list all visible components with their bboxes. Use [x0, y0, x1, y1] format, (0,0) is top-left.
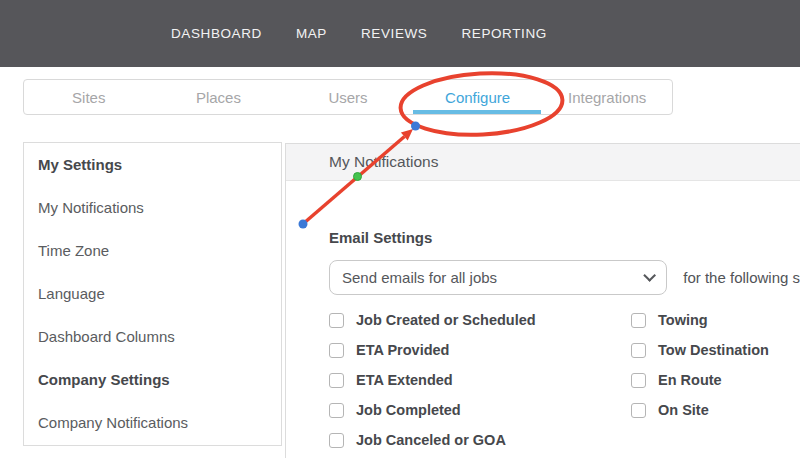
email-frequency-select-value: Send emails for all jobs — [342, 269, 643, 286]
checkbox-label: Job Canceled or GOA — [356, 432, 506, 448]
nav-item-map[interactable]: MAP — [296, 26, 327, 41]
checkbox-job-completed[interactable] — [329, 403, 344, 418]
nav-item-dashboard[interactable]: DASHBOARD — [171, 26, 262, 41]
panel-title: My Notifications — [329, 153, 438, 171]
checkbox-row: ETA Provided — [329, 335, 631, 365]
checkbox-on-site[interactable] — [631, 403, 646, 418]
sidebar-item-my-notifications[interactable]: My Notifications — [24, 186, 281, 229]
checkbox-row: ETA Extended — [329, 365, 631, 395]
nav-item-reviews[interactable]: REVIEWS — [361, 26, 427, 41]
tab-places[interactable]: Places — [154, 80, 284, 114]
checkbox-job-created-or-scheduled[interactable] — [329, 313, 344, 328]
checkbox-row: Towing — [631, 305, 769, 335]
sidebar-item-company-notifications[interactable]: Company Notifications — [24, 401, 281, 444]
checkbox-label: En Route — [658, 372, 722, 388]
after-select-text: for the following s — [683, 269, 800, 286]
app-screen: DASHBOARD MAP REVIEWS REPORTING Sites Pl… — [0, 0, 800, 458]
top-nav: DASHBOARD MAP REVIEWS REPORTING — [0, 0, 800, 67]
checkbox-column-right: Towing Tow Destination En Route On Site — [631, 305, 769, 455]
checkbox-column-left: Job Created or Scheduled ETA Provided ET… — [329, 305, 631, 455]
tab-integrations[interactable]: Integrations — [542, 80, 672, 114]
tab-sites[interactable]: Sites — [24, 80, 154, 114]
tab-configure[interactable]: Configure — [413, 80, 543, 114]
panel-body: Email Settings Send emails for all jobs … — [286, 229, 800, 455]
checkbox-label: ETA Provided — [356, 342, 449, 358]
checkbox-row: On Site — [631, 395, 769, 425]
notification-checkbox-grid: Job Created or Scheduled ETA Provided ET… — [329, 305, 800, 455]
email-settings-heading: Email Settings — [329, 229, 800, 246]
email-frequency-row: Send emails for all jobs for the followi… — [329, 260, 800, 295]
email-frequency-select[interactable]: Send emails for all jobs — [329, 260, 667, 295]
checkbox-row: Job Canceled or GOA — [329, 425, 631, 455]
annotation-arrow-head — [401, 129, 413, 141]
checkbox-row: En Route — [631, 365, 769, 395]
settings-sidebar: My Settings My Notifications Time Zone L… — [23, 142, 282, 446]
checkbox-en-route[interactable] — [631, 373, 646, 388]
sidebar-item-time-zone[interactable]: Time Zone — [24, 229, 281, 272]
chevron-down-icon — [644, 269, 657, 282]
checkbox-label: Job Created or Scheduled — [356, 312, 536, 328]
checkbox-row: Tow Destination — [631, 335, 769, 365]
tab-bar: Sites Places Users Configure Integration… — [23, 79, 673, 115]
content-panel: My Notifications Email Settings Send ema… — [285, 143, 800, 458]
sidebar-item-language[interactable]: Language — [24, 272, 281, 315]
checkbox-row: Job Completed — [329, 395, 631, 425]
sidebar-section-company-settings: Company Settings — [24, 358, 281, 401]
checkbox-label: Job Completed — [356, 402, 461, 418]
checkbox-towing[interactable] — [631, 313, 646, 328]
sidebar-section-my-settings: My Settings — [24, 143, 281, 186]
nav-item-reporting[interactable]: REPORTING — [461, 26, 546, 41]
checkbox-job-canceled-or-goa[interactable] — [329, 433, 344, 448]
panel-header: My Notifications — [286, 144, 800, 181]
annotation-end-dot — [411, 122, 420, 131]
tab-users[interactable]: Users — [283, 80, 413, 114]
checkbox-row: Job Created or Scheduled — [329, 305, 631, 335]
sidebar-item-dashboard-columns[interactable]: Dashboard Columns — [24, 315, 281, 358]
checkbox-eta-provided[interactable] — [329, 343, 344, 358]
checkbox-label: Towing — [658, 312, 708, 328]
checkbox-label: Tow Destination — [658, 342, 769, 358]
checkbox-eta-extended[interactable] — [329, 373, 344, 388]
checkbox-label: ETA Extended — [356, 372, 453, 388]
checkbox-label: On Site — [658, 402, 709, 418]
checkbox-tow-destination[interactable] — [631, 343, 646, 358]
